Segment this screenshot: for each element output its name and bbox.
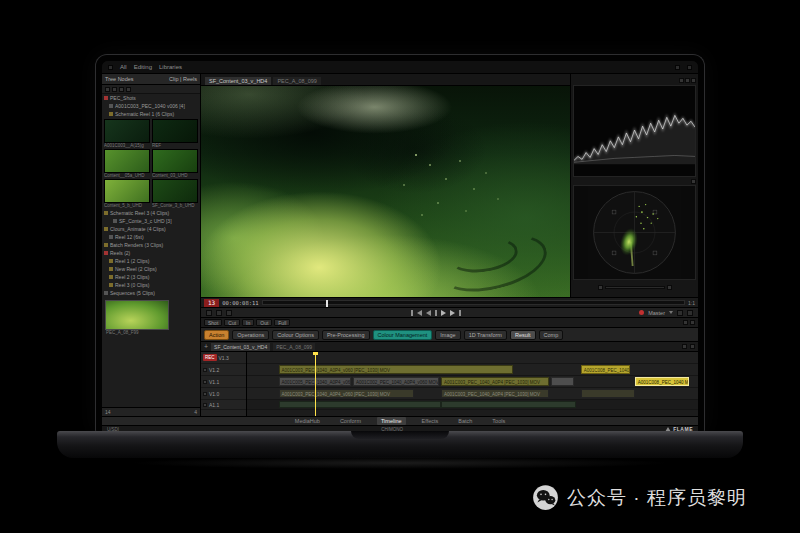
tab-conform[interactable]: Conform — [336, 418, 365, 424]
menu-item-libraries[interactable]: Libraries — [159, 64, 182, 70]
image-viewport[interactable] — [201, 86, 570, 297]
timeline-clip[interactable]: A001C008_PEC_1040 MOV — [581, 365, 631, 374]
loop-icon[interactable] — [226, 310, 232, 316]
clip-thumbnail[interactable]: REF — [152, 119, 198, 148]
tab-tools[interactable]: Tools — [488, 418, 509, 424]
fx-button-1d-transform[interactable]: 1D Transform — [464, 330, 507, 340]
lock-icon[interactable] — [203, 380, 207, 384]
tree-item[interactable]: A001C003_PEC_1040 v006 [4] — [102, 102, 200, 110]
gain-icon[interactable] — [598, 285, 603, 290]
fx-button-action[interactable]: Action — [204, 330, 229, 340]
tool-button[interactable]: Full — [274, 319, 290, 326]
tree-item[interactable]: New Reel (2 Clips) — [102, 265, 200, 273]
new-folder-icon[interactable] — [105, 87, 110, 92]
timeline-clip[interactable]: A001C003_PEC_1040_A0P4 [PEC_1030] MOV — [441, 377, 549, 386]
sequence-tab-active[interactable]: SF_Content_03_v_HD4 — [211, 343, 270, 351]
clip-thumbnail-image[interactable] — [152, 149, 198, 173]
menu-item-editing[interactable]: Editing — [134, 64, 152, 70]
output-selector[interactable]: Master — [648, 310, 665, 316]
clip-thumbnail-image[interactable] — [104, 119, 150, 143]
list-view-icon[interactable] — [112, 87, 117, 92]
library-mode-toggle[interactable]: Clip | Reels — [169, 76, 197, 82]
clip-thumbnail[interactable]: Content_03_UHD — [152, 149, 198, 178]
mark-out-icon[interactable] — [216, 310, 222, 316]
link-icon[interactable] — [690, 320, 695, 325]
mute-icon[interactable] — [677, 310, 683, 316]
tree-item[interactable]: Schematic Reel 3 (4 Clips) — [102, 209, 200, 217]
scope-reset-icon[interactable] — [667, 285, 672, 290]
thumb-view-icon[interactable] — [119, 87, 124, 92]
viewer-tab[interactable]: PEC_A_08_099 — [273, 77, 320, 85]
selected-clip-thumbnail[interactable] — [105, 300, 169, 330]
track-header[interactable]: A1.1 — [201, 400, 246, 410]
fx-button-image[interactable]: Image — [435, 330, 460, 340]
step-forward-icon[interactable] — [450, 310, 455, 316]
scope-type-icon[interactable] — [679, 78, 684, 83]
vectorscope-options-icon[interactable] — [691, 179, 696, 184]
scope-intensity-slider[interactable] — [605, 286, 665, 289]
settings-icon[interactable] — [675, 65, 680, 70]
tree-item[interactable]: Schematic Reel 1 (6 Clips) — [102, 110, 200, 118]
clip-thumbnail[interactable]: Content__05a_UHD — [104, 149, 150, 178]
tree-item[interactable]: SF_Conte_3_c UHD [3] — [102, 217, 200, 225]
tree-item[interactable]: Reel 12 (6st) — [102, 233, 200, 241]
tree-item[interactable]: Clours_Animate (4 Clips) — [102, 225, 200, 233]
fx-button-colour-options[interactable]: Colour Options — [272, 330, 319, 340]
fx-button-pre-processing[interactable]: Pre-Processing — [322, 330, 370, 340]
tree-item[interactable]: Reels (2) — [102, 249, 200, 257]
scrub-bar[interactable] — [262, 300, 685, 305]
fx-button-comp[interactable]: Comp — [539, 330, 564, 340]
snap-icon[interactable] — [683, 320, 688, 325]
timeline-clip[interactable]: A001C003_PEC_1040_A0P4_v060 [PEC_1030] M… — [279, 389, 414, 398]
tree-item[interactable]: Reel 3 (0 Clips) — [102, 281, 200, 289]
audio-clip[interactable] — [441, 401, 576, 408]
timeline-clip[interactable]: A001C002_PEC_1040_A0P4_v060 MOV — [353, 377, 439, 386]
tree-item[interactable]: Batch Renders (3 Clips) — [102, 241, 200, 249]
play-reverse-icon[interactable] — [426, 310, 431, 316]
track-header[interactable]: REC V1.3 — [201, 352, 246, 364]
sequence-tab[interactable]: PEC_A_08_099 — [273, 343, 315, 351]
clip-thumbnail[interactable]: A001C003__A(15)g — [104, 119, 150, 148]
tool-button[interactable]: Shot — [204, 319, 222, 326]
zoom-in-icon[interactable] — [682, 344, 687, 349]
timeline-clip-selected[interactable]: A001C008_PEC_1040 MOV — [635, 377, 689, 386]
menu-item-all[interactable]: All — [120, 64, 127, 70]
zoom-out-icon[interactable] — [690, 344, 695, 349]
playhead[interactable] — [315, 352, 316, 416]
clip-thumbnail[interactable]: Content_5_b_UHD — [104, 179, 150, 208]
fx-button-result[interactable]: Result — [510, 330, 536, 340]
audio-clip[interactable] — [279, 401, 441, 408]
tab-batch[interactable]: Batch — [454, 418, 476, 424]
fx-button-colour-management[interactable]: Colour Management — [373, 330, 433, 340]
track-header[interactable]: V1.1 — [201, 376, 246, 388]
fullscreen-icon[interactable] — [687, 310, 693, 316]
go-to-end-icon[interactable] — [459, 310, 461, 316]
add-sequence-icon[interactable]: + — [204, 343, 208, 350]
timeline-clip[interactable] — [551, 377, 574, 386]
speaker-icon[interactable] — [203, 403, 207, 407]
timeline-clip[interactable] — [581, 389, 635, 398]
tab-timeline[interactable]: Timeline — [377, 417, 406, 425]
app-menu-icon[interactable] — [108, 65, 113, 70]
lock-icon[interactable] — [203, 392, 207, 396]
lock-icon[interactable] — [203, 368, 207, 372]
tab-effects[interactable]: Effects — [418, 418, 443, 424]
tab-mediahub[interactable]: MediaHub — [291, 418, 324, 424]
scope-scale-icon[interactable] — [685, 78, 690, 83]
go-to-start-icon[interactable] — [411, 310, 413, 316]
layout-icon[interactable] — [687, 65, 692, 70]
fx-button-operations[interactable]: Operations — [232, 330, 269, 340]
tree-item[interactable]: Sequences (5 Clips) — [102, 289, 200, 297]
viewer-tab-active[interactable]: SF_Content_03_v_HD4 — [205, 77, 271, 85]
tool-button[interactable]: Out — [256, 319, 272, 326]
mark-in-icon[interactable] — [206, 310, 212, 316]
tool-button[interactable]: In — [242, 319, 254, 326]
clip-thumbnail-image[interactable] — [152, 119, 198, 143]
scope-options-icon[interactable] — [691, 78, 696, 83]
filter-icon[interactable] — [126, 87, 131, 92]
clip-thumbnail-image[interactable] — [152, 179, 198, 203]
clip-thumbnail-image[interactable] — [104, 149, 150, 173]
play-icon[interactable] — [441, 310, 446, 316]
tree-item[interactable]: Reel 2 (3 Clips) — [102, 273, 200, 281]
tree-item[interactable]: Reel 1 (2 Clips) — [102, 257, 200, 265]
